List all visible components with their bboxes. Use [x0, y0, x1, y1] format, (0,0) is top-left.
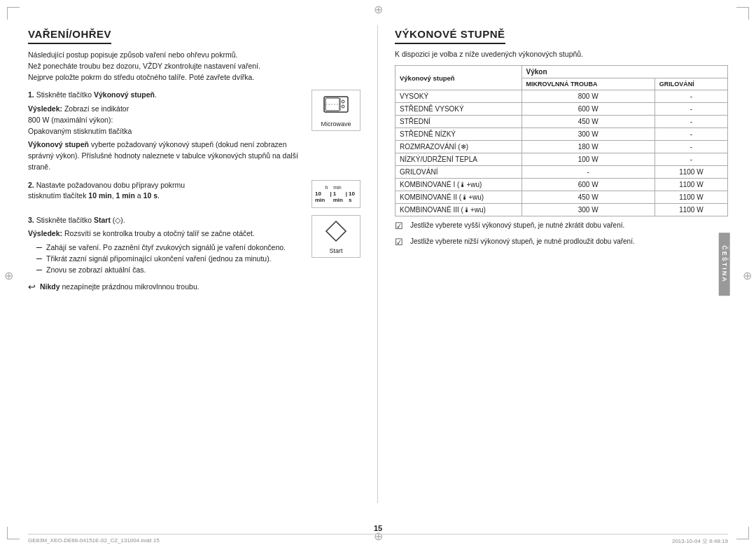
step-3-result-label: Výsledek:	[28, 229, 62, 237]
step-3-number: 3.	[28, 216, 34, 224]
timer-min-label: min	[333, 185, 341, 190]
timer-h-label: h	[325, 185, 328, 190]
table-cell-grill: 1100 W	[654, 166, 727, 179]
table-cell-microwave: 800 W	[522, 90, 654, 103]
table-cell-microwave: 300 W	[522, 128, 654, 141]
table-row: KOMBINOVANÉ III (🌡+wu)300 W1100 W	[396, 204, 728, 216]
note-text: Nikdy nezapínejte prázdnou mikrovlnnou t…	[40, 282, 200, 291]
step-1-text: 1. Stiskněte tlačítko Výkonový stupeň. V…	[28, 90, 306, 172]
microwave-icon	[323, 95, 349, 118]
table-cell-name: STŘEDNÍ	[396, 116, 522, 128]
table-cell-grill: -	[654, 116, 727, 128]
table-cell-microwave: 600 W	[522, 179, 654, 191]
table-cell-microwave: 180 W	[522, 141, 654, 153]
table-row: KOMBINOVANÉ I (🌡+wu)600 W1100 W	[396, 179, 728, 191]
table-notes: ☑Jestliže vyberete vyšší výkonový stupeň…	[395, 221, 728, 249]
timer-values-row: 10 min | 1 min | 10 s	[315, 191, 357, 203]
timer-10min: 10 min	[315, 191, 328, 203]
intro-line-3: Nejprve položte pokrm do středu otočného…	[28, 73, 254, 81]
table-cell-name: NÍZKÝ/UDRŽENÍ TEPLA	[396, 153, 522, 166]
footer-right: 2013-10-04 오 6:48:19	[672, 537, 728, 545]
microwave-label: Microwave	[321, 120, 351, 127]
step-3-sub-2: Třikrát zazní signál připomínající ukonč…	[36, 254, 306, 265]
power-table: Výkonový stupeň Výkon MIKROVLNNÁ TROUBA …	[395, 65, 728, 216]
table-cell-grill: 1100 W	[654, 179, 727, 191]
step-1-bold2: Výkonový stupeň	[28, 140, 89, 149]
table-cell-grill: 1100 W	[654, 204, 727, 216]
table-cell-microwave: 100 W	[522, 153, 654, 166]
note-icon: ↩	[28, 282, 36, 292]
timer-sep1: |	[330, 191, 331, 203]
table-row: NÍZKÝ/UDRŽENÍ TEPLA100 W-	[396, 153, 728, 166]
table-note-icon-2: ☑	[395, 236, 406, 249]
step-3: 3. Stiskněte tlačítko Start (◇). Výslede…	[28, 215, 360, 276]
timer-labels: h min	[325, 185, 346, 190]
step-1-main: Stiskněte tlačítko Výkonový stupeň.	[36, 90, 157, 99]
step-3-text: 3. Stiskněte tlačítko Start (◇). Výslede…	[28, 215, 306, 276]
step-3-main: Stiskněte tlačítko Start (◇).	[36, 216, 125, 224]
table-note-text-2: Jestliže vyberete nižší výkonový stupeň,…	[410, 237, 635, 247]
start-icon	[325, 220, 347, 245]
step-1: 1. Stiskněte tlačítko Výkonový stupeň. V…	[28, 90, 360, 172]
intro-text: Následující postup popisuje způsob vařen…	[28, 50, 360, 83]
table-cell-microwave: -	[522, 166, 654, 179]
table-note-icon-1: ☑	[395, 220, 406, 233]
table-row: STŘEDNĚ VYSOKÝ600 W-	[396, 103, 728, 116]
table-cell-microwave: 600 W	[522, 103, 654, 116]
table-row: STŘEDNÍ450 W-	[396, 116, 728, 128]
col3-header: GRILOVÁNÍ	[654, 78, 727, 90]
table-row: KOMBINOVANÉ II (🌡+wu)450 W1100 W	[396, 191, 728, 204]
table-cell-name: STŘEDNĚ VYSOKÝ	[396, 103, 522, 116]
step-1-bold: Výkonový stupeň	[94, 90, 155, 99]
side-tab: ČEŠTINA	[719, 233, 730, 296]
timer-10s: 10 s	[349, 191, 357, 203]
right-section-title: VÝKONOVÉ STUPNĚ	[395, 28, 505, 44]
table-row: STŘEDNĚ NÍZKÝ300 W-	[396, 128, 728, 141]
left-section-title: VAŘENÍ/OHŘEV	[28, 28, 111, 44]
step-2-main: Nastavte požadovanou dobu přípravy pokrm…	[28, 181, 185, 200]
timer-sep2: |	[346, 191, 347, 203]
content-area: VAŘENÍ/OHŘEV Následující postup popisuje…	[28, 25, 728, 503]
page-container: VAŘENÍ/OHŘEV Následující postup popisuje…	[0, 0, 756, 552]
right-intro: K dispozici je volba z níže uvedených vý…	[395, 50, 728, 58]
right-column: ČEŠTINA VÝKONOVÉ STUPNĚ K dispozici je v…	[378, 25, 728, 503]
table-cell-microwave: 450 W	[522, 116, 654, 128]
table-row: ROZMRAZOVÁNÍ (❄)180 W-	[396, 141, 728, 153]
step-2-bold1: 10 min	[88, 191, 111, 200]
start-icon-box: Start	[312, 215, 360, 258]
table-cell-grill: -	[654, 153, 727, 166]
timer-1min: 1 min	[333, 191, 344, 203]
step-2-content: 2. Nastavte požadovanou dobu přípravy po…	[28, 180, 360, 208]
table-cell-grill: -	[654, 90, 727, 103]
step-1-result-label: Výsledek:	[28, 104, 62, 113]
step-1-content: 1. Stiskněte tlačítko Výkonový stupeň. V…	[28, 90, 360, 172]
table-cell-name: STŘEDNĚ NÍZKÝ	[396, 128, 522, 141]
step-3-result-text: Rozsvítí se kontrolka trouby a otočný ta…	[64, 229, 255, 237]
table-cell-grill: -	[654, 141, 727, 153]
left-column: VAŘENÍ/OHŘEV Následující postup popisuje…	[28, 25, 378, 503]
step-1-number: 1.	[28, 90, 34, 99]
table-cell-name: GRILOVÁNÍ	[396, 166, 522, 179]
table-row: GRILOVÁNÍ-1100 W	[396, 166, 728, 179]
footer-left: GE83M_XEO-DE68-04151E-02_CZ_131004.indd …	[28, 537, 160, 545]
table-cell-name: KOMBINOVANÉ III (🌡+wu)	[396, 204, 522, 216]
step-3-sub-3: Znovu se zobrazí aktuální čas.	[36, 265, 306, 276]
table-cell-name: KOMBINOVANÉ II (🌡+wu)	[396, 191, 522, 204]
table-cell-grill: 1100 W	[654, 191, 727, 204]
timer-icon-box: h min 10 min | 1 min | 10 s	[312, 180, 360, 208]
svg-rect-0	[324, 97, 348, 112]
table-note-text-1: Jestliže vyberete vyšší výkonový stupeň,…	[410, 221, 624, 230]
table-cell-name: ROZMRAZOVÁNÍ (❄)	[396, 141, 522, 153]
intro-line-2: Než ponecháte troubu bez dozoru, VŽDY zk…	[28, 62, 260, 70]
intro-line-1: Následující postup popisuje způsob vařen…	[28, 50, 237, 59]
note-row: ↩ Nikdy nezapínejte prázdnou mikrovlnnou…	[28, 282, 360, 292]
svg-point-2	[342, 100, 344, 103]
table-cell-microwave: 450 W	[522, 191, 654, 204]
footer: GE83M_XEO-DE68-04151E-02_CZ_131004.indd …	[28, 534, 728, 545]
table-cell-name: VYSOKÝ	[396, 90, 522, 103]
step-2-bold3: 10 s	[144, 191, 158, 200]
page-number: 15	[374, 524, 382, 532]
step-3-start-bold: Start	[94, 216, 111, 224]
table-cell-grill: -	[654, 128, 727, 141]
table-note-2: ☑Jestliže vyberete nižší výkonový stupeň…	[395, 237, 728, 249]
